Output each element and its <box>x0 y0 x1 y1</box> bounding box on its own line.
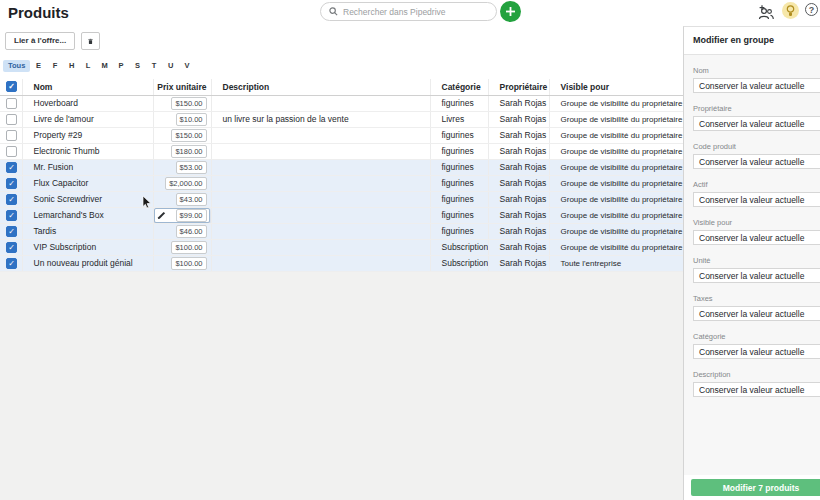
delete-button[interactable] <box>81 32 100 50</box>
table-row: ✓Lemarchand's Box$99.00figurinesSarah Ro… <box>0 207 683 223</box>
bulk-select-propri-taire[interactable]: Conserver la valeur actuelle <box>693 116 820 131</box>
product-name-cell[interactable]: Livre de l'amour <box>22 111 153 127</box>
price-value[interactable]: $10.00 <box>176 113 207 126</box>
invite-users-icon[interactable] <box>757 5 775 20</box>
select-all-checkbox[interactable]: ✓ <box>6 81 17 92</box>
alpha-letter-f[interactable]: F <box>47 61 64 70</box>
alpha-letter-e[interactable]: E <box>30 61 47 70</box>
alpha-letter-u[interactable]: U <box>162 61 179 70</box>
lightbulb-icon <box>786 5 795 17</box>
column-header-visible[interactable]: Visible pour <box>549 79 683 95</box>
price-value[interactable]: $46.00 <box>176 225 207 238</box>
row-checkbox-cell: ✓ <box>0 207 22 223</box>
bulk-select-code-produit[interactable]: Conserver la valeur actuelle <box>693 154 820 169</box>
pencil-icon <box>157 211 166 220</box>
product-name-cell[interactable]: Lemarchand's Box <box>22 207 153 223</box>
row-checkbox[interactable]: ✓ <box>6 194 17 205</box>
alpha-letter-h[interactable]: H <box>63 61 80 70</box>
select-all-cell: ✓ <box>0 79 22 95</box>
bulk-select-unit-[interactable]: Conserver la valeur actuelle <box>693 268 820 283</box>
product-price-cell[interactable]: $100.00 <box>153 239 211 255</box>
row-checkbox[interactable]: ✓ <box>6 242 17 253</box>
alpha-letter-l[interactable]: L <box>80 61 97 70</box>
product-name-cell[interactable]: Flux Capacitor <box>22 175 153 191</box>
row-checkbox-cell <box>0 127 22 143</box>
alpha-filter-all[interactable]: Tous <box>3 60 30 72</box>
row-checkbox[interactable]: ✓ <box>6 178 17 189</box>
price-value[interactable]: $150.00 <box>171 97 206 110</box>
product-price-cell[interactable]: $2,000.00 <box>153 175 211 191</box>
product-name-cell[interactable]: Un nouveau produit génial <box>22 255 153 271</box>
tips-badge[interactable] <box>782 2 799 19</box>
table-row: ✓Sonic Screwdriver$43.00figurinesSarah R… <box>0 191 683 207</box>
help-icon[interactable]: ? <box>805 3 818 16</box>
bulk-field: Code produitConserver la valeur actuelle <box>693 142 820 169</box>
price-value[interactable]: $2,000.00 <box>165 177 206 190</box>
row-checkbox[interactable]: ✓ <box>6 226 17 237</box>
product-name-cell[interactable]: Mr. Fusion <box>22 159 153 175</box>
product-visibility-cell: Groupe de visibilité du propriétaire <box>549 223 683 239</box>
link-to-deal-button[interactable]: Lier à l'offre... <box>5 32 75 50</box>
price-value[interactable]: $99.00 <box>176 209 207 222</box>
mouse-cursor <box>142 196 152 209</box>
quick-add-button[interactable] <box>500 1 521 22</box>
alpha-letter-s[interactable]: S <box>129 61 146 70</box>
product-description-cell <box>211 159 430 175</box>
row-checkbox[interactable]: ✓ <box>6 258 17 269</box>
column-header-description[interactable]: Description <box>211 79 430 95</box>
product-name-cell[interactable]: VIP Subscription <box>22 239 153 255</box>
product-price-cell[interactable]: $180.00 <box>153 143 211 159</box>
price-value[interactable]: $100.00 <box>171 241 206 254</box>
row-checkbox-cell <box>0 111 22 127</box>
alpha-letter-v[interactable]: V <box>179 61 196 70</box>
price-value[interactable]: $150.00 <box>171 129 206 142</box>
product-price-cell[interactable]: $46.00 <box>153 223 211 239</box>
column-header-nom[interactable]: Nom <box>22 79 153 95</box>
price-value[interactable]: $180.00 <box>171 145 206 158</box>
row-checkbox[interactable] <box>6 146 17 157</box>
column-header-prix[interactable]: Prix unitaire <box>153 79 211 95</box>
bulk-field-label: Visible pour <box>693 218 820 227</box>
row-checkbox-cell: ✓ <box>0 223 22 239</box>
bulk-select-description[interactable]: Conserver la valeur actuelle <box>693 382 820 397</box>
alpha-letter-m[interactable]: M <box>96 61 113 70</box>
search-input[interactable]: Rechercher dans Pipedrive <box>320 2 497 21</box>
price-value[interactable]: $43.00 <box>176 193 207 206</box>
column-header-categorie[interactable]: Catégorie <box>430 79 488 95</box>
product-name-cell[interactable]: Electronic Thumb <box>22 143 153 159</box>
product-price-cell[interactable]: $99.00 <box>153 207 211 223</box>
row-checkbox[interactable]: ✓ <box>6 210 17 221</box>
row-checkbox[interactable] <box>6 98 17 109</box>
product-price-cell[interactable]: $150.00 <box>153 95 211 111</box>
row-checkbox[interactable] <box>6 130 17 141</box>
product-name-cell[interactable]: Hoverboard <box>22 95 153 111</box>
bulk-select-cat-gorie[interactable]: Conserver la valeur actuelle <box>693 344 820 359</box>
product-name-cell[interactable]: Sonic Screwdriver <box>22 191 153 207</box>
product-owner-cell: Sarah Rojas <box>488 223 549 239</box>
price-value[interactable]: $100.00 <box>171 257 206 270</box>
alpha-letter-p[interactable]: P <box>113 61 130 70</box>
product-owner-cell: Sarah Rojas <box>488 207 549 223</box>
row-checkbox-cell: ✓ <box>0 175 22 191</box>
bulk-select-actif[interactable]: Conserver la valeur actuelle <box>693 192 820 207</box>
bulk-select-taxes[interactable]: Conserver la valeur actuelle <box>693 306 820 321</box>
column-header-proprietaire[interactable]: Propriétaire <box>488 79 549 95</box>
product-price-cell[interactable]: $43.00 <box>153 191 211 207</box>
price-value[interactable]: $53.00 <box>176 161 207 174</box>
bulk-select-visible-pour[interactable]: Conserver la valeur actuelle <box>693 230 820 245</box>
table-row: Property #29$150.00figurinesSarah RojasG… <box>0 127 683 143</box>
product-name-cell[interactable]: Property #29 <box>22 127 153 143</box>
product-price-cell[interactable]: $150.00 <box>153 127 211 143</box>
row-checkbox[interactable] <box>6 114 17 125</box>
row-checkbox[interactable]: ✓ <box>6 162 17 173</box>
product-price-cell[interactable]: $100.00 <box>153 255 211 271</box>
table-row: ✓Flux Capacitor$2,000.00figurinesSarah R… <box>0 175 683 191</box>
product-name-cell[interactable]: Tardis <box>22 223 153 239</box>
table-row: Electronic Thumb$180.00figurinesSarah Ro… <box>0 143 683 159</box>
product-price-cell[interactable]: $53.00 <box>153 159 211 175</box>
product-description-cell <box>211 223 430 239</box>
alpha-letter-t[interactable]: T <box>146 61 163 70</box>
bulk-edit-submit-button[interactable]: Modifier 7 produits <box>691 479 820 496</box>
bulk-select-nom[interactable]: Conserver la valeur actuelle <box>693 78 820 93</box>
product-price-cell[interactable]: $10.00 <box>153 111 211 127</box>
